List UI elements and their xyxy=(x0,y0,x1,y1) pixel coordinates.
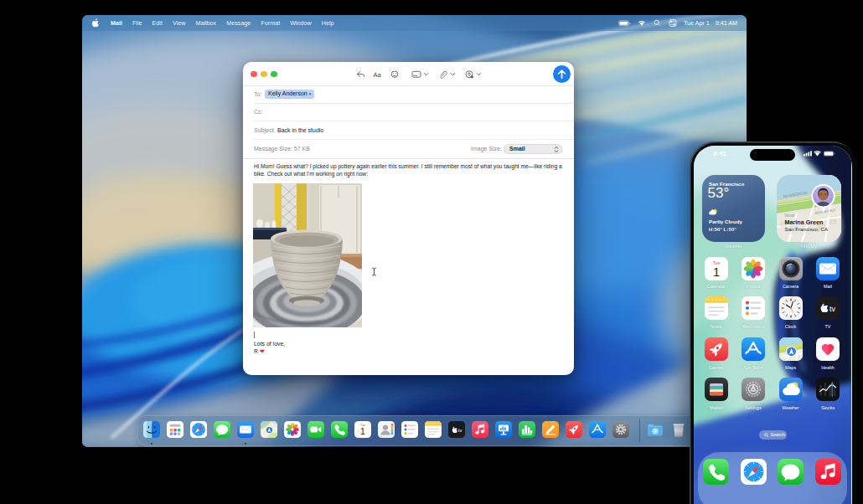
svg-text:tv: tv xyxy=(829,305,836,313)
svg-text:Aa: Aa xyxy=(373,70,381,78)
svg-text:1: 1 xyxy=(360,426,365,436)
svg-text:1: 1 xyxy=(712,265,719,278)
svg-text:tv: tv xyxy=(458,428,463,433)
